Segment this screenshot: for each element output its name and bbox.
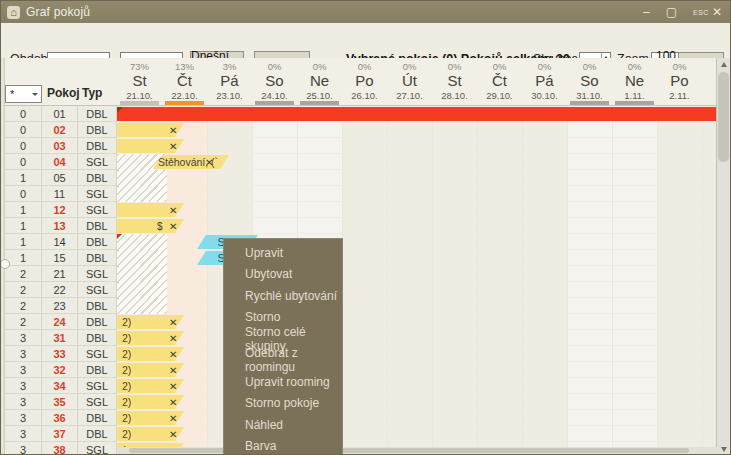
horizontal-scroll-thumb[interactable] [129, 448, 689, 453]
scroll-up-icon[interactable] [717, 58, 730, 71]
reservation-bar[interactable]: 2)✕ [117, 395, 184, 409]
room-row[interactable]: 113DBL$✕ [1, 218, 731, 234]
reservation-bar[interactable]: ✕ [117, 203, 184, 217]
bar-close-icon[interactable]: ✕ [169, 429, 177, 440]
bar-close-icon[interactable]: ✕ [205, 157, 213, 168]
bar-close-icon[interactable]: ✕ [169, 221, 177, 232]
minimize-button[interactable]: – [643, 5, 650, 19]
room-row[interactable]: 334SGL2)✕ [1, 378, 731, 394]
room-number-cell[interactable]: 34 [42, 378, 78, 394]
horizontal-scrollbar[interactable] [117, 447, 718, 454]
bar-close-icon[interactable]: ✕ [169, 333, 177, 344]
day-column-header[interactable]: 0%Ne1.11. [612, 58, 657, 106]
bar-close-icon[interactable]: ✕ [169, 397, 177, 408]
room-row[interactable]: 105DBL [1, 170, 731, 186]
reservation-bar[interactable]: 2)✕ [117, 363, 184, 377]
context-menu-item[interactable]: Upravit rooming [224, 371, 342, 393]
room-number-cell[interactable]: 15 [42, 250, 78, 266]
reservation-bar[interactable]: $✕ [117, 219, 184, 233]
context-menu-item[interactable]: Storno pokoje [224, 393, 342, 415]
room-row[interactable]: 336DBL2)✕ [1, 410, 731, 426]
room-number-cell[interactable]: 02 [42, 122, 78, 138]
left-splitter[interactable] [1, 58, 5, 455]
maximize-button[interactable]: ▢ [666, 5, 677, 19]
day-column-header[interactable]: 0%So24.10. [252, 58, 297, 106]
room-number-cell[interactable]: 04 [42, 154, 78, 170]
reservation-bar[interactable]: 2)✕ [117, 427, 184, 441]
day-column-header[interactable]: 13%Čt22.10. [162, 58, 207, 106]
reservation-bar[interactable]: 2)✕ [117, 347, 184, 361]
bar-close-icon[interactable]: ✕ [169, 349, 177, 360]
room-row[interactable]: 004SGLStěhování, (`✕ [1, 154, 731, 170]
room-number-cell[interactable]: 23 [42, 298, 78, 314]
room-number-cell[interactable]: 13 [42, 218, 78, 234]
day-column-header[interactable]: 0%Pá30.10. [522, 58, 567, 106]
room-row[interactable]: 221SGL [1, 266, 731, 282]
room-number-cell[interactable]: 11 [42, 186, 78, 202]
room-number-cell[interactable]: 24 [42, 314, 78, 330]
room-row[interactable]: 335SGL2)✕ [1, 394, 731, 410]
context-menu-item[interactable]: Odebrat z roomingu [224, 350, 342, 372]
bar-close-icon[interactable]: ✕ [169, 413, 177, 424]
room-number-cell[interactable]: 33 [42, 346, 78, 362]
bar-close-icon[interactable]: ✕ [169, 317, 177, 328]
room-number-cell[interactable]: 22 [42, 282, 78, 298]
context-menu-item[interactable]: Barva [224, 436, 342, 455]
bar-close-icon[interactable]: ✕ [169, 381, 177, 392]
room-row[interactable]: 332DBL2)✕ [1, 362, 731, 378]
floor-filter-combobox[interactable]: * [5, 85, 42, 103]
reservation-bar[interactable]: Stěhování, (`✕ [153, 155, 229, 169]
room-row[interactable]: 331DBL2)✕ [1, 330, 731, 346]
splitter-handle[interactable] [0, 259, 10, 269]
room-number-cell[interactable]: 35 [42, 394, 78, 410]
vertical-scrollbar[interactable] [716, 58, 730, 455]
room-number-cell[interactable]: 12 [42, 202, 78, 218]
day-column-header[interactable]: 0%So31.10. [567, 58, 612, 106]
room-row[interactable]: 112SGL✕ [1, 202, 731, 218]
scroll-down-icon[interactable] [717, 443, 730, 455]
room-row[interactable]: 224DBL2)✕ [1, 314, 731, 330]
day-column-header[interactable]: 0%St28.10. [432, 58, 477, 106]
room-row[interactable]: 114DBLSkup [1, 234, 731, 250]
reservation-bar[interactable]: 2)✕ [117, 331, 184, 345]
room-number-cell[interactable]: 37 [42, 426, 78, 442]
reservation-bar[interactable]: ✕ [117, 123, 184, 137]
room-number-cell[interactable]: 01 [42, 106, 78, 122]
day-column-header[interactable]: 73%St21.10. [117, 58, 162, 106]
room-row[interactable]: 223DBL [1, 298, 731, 314]
reservation-bar[interactable]: 2)✕ [117, 315, 184, 329]
room-number-cell[interactable]: 38 [42, 442, 78, 455]
day-column-header[interactable]: 0%Po26.10. [342, 58, 387, 106]
titlebar[interactable]: ⌂ Graf pokojů – ▢ ESC✕ [1, 1, 731, 23]
bar-close-icon[interactable]: ✕ [169, 365, 177, 376]
room-row[interactable]: 002DBL✕ [1, 122, 731, 138]
day-column-header[interactable]: 0%Út27.10. [387, 58, 432, 106]
room-number-cell[interactable]: 32 [42, 362, 78, 378]
day-column-header[interactable]: 0%Čt29.10. [477, 58, 522, 106]
room-row[interactable]: 333SGL2)✕ [1, 346, 731, 362]
room-number-cell[interactable]: 14 [42, 234, 78, 250]
room-row[interactable]: 222SGL [1, 282, 731, 298]
reservation-bar[interactable]: ✕ [117, 139, 184, 153]
bar-close-icon[interactable]: ✕ [169, 205, 177, 216]
room-number-cell[interactable]: 31 [42, 330, 78, 346]
room-row[interactable]: 001DBL [1, 106, 731, 122]
room-number-cell[interactable]: 36 [42, 410, 78, 426]
room-row[interactable]: 115DBLSkup [1, 250, 731, 266]
bar-close-icon[interactable]: ✕ [169, 141, 177, 152]
context-menu-item[interactable]: Ubytovat [224, 264, 342, 286]
room-row[interactable]: 003DBL✕ [1, 138, 731, 154]
bar-close-icon[interactable]: ✕ [169, 125, 177, 136]
vertical-scroll-thumb[interactable] [718, 72, 729, 162]
context-menu-item[interactable]: Upravit [224, 242, 342, 264]
room-number-cell[interactable]: 21 [42, 266, 78, 282]
day-column-header[interactable]: 3%Pá23.10. [207, 58, 252, 106]
room-row[interactable]: 337DBL2)✕ [1, 426, 731, 442]
reservation-bar-red[interactable] [117, 107, 718, 121]
room-number-cell[interactable]: 05 [42, 170, 78, 186]
day-column-header[interactable]: 0%Po2.11. [657, 58, 702, 106]
room-number-cell[interactable]: 03 [42, 138, 78, 154]
reservation-bar[interactable]: 2)✕ [117, 411, 184, 425]
context-menu-item[interactable]: Rychlé ubytování [224, 285, 342, 307]
reservation-bar[interactable]: 2)✕ [117, 379, 184, 393]
